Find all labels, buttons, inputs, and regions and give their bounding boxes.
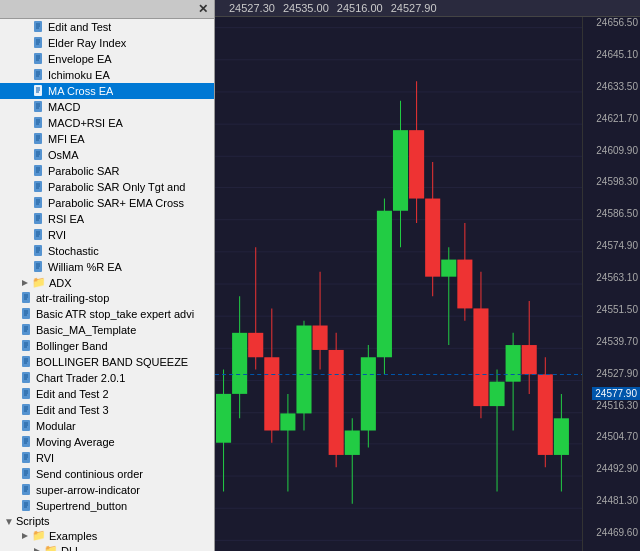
nav-item-envelope-ea[interactable]: Envelope EA [0, 51, 214, 67]
navigator-body[interactable]: Edit and Test Elder Ray Index Envelope E… [0, 19, 214, 551]
nav-item-label: Basic_MA_Template [36, 324, 136, 336]
doc-icon [32, 84, 46, 98]
nav-item-label: MACD [48, 101, 80, 113]
doc-icon [32, 100, 46, 114]
svg-rect-158 [280, 413, 295, 430]
doc-icon [32, 68, 46, 82]
doc-icon [20, 499, 34, 513]
candlestick-chart [215, 17, 582, 551]
folder-expand-icon [20, 278, 30, 288]
nav-item-label: OsMA [48, 149, 79, 161]
nav-item-edit-and-test-2[interactable]: Edit and Test 2 [0, 386, 214, 402]
nav-item-label: Send continious order [36, 468, 143, 480]
nav-item-label: Edit and Test [48, 21, 111, 33]
nav-item-label: Parabolic SAR [48, 165, 120, 177]
svg-rect-174 [409, 130, 424, 198]
doc-icon [20, 387, 34, 401]
chart-close: 24527.90 [391, 2, 437, 14]
nav-item-william-r-ea[interactable]: William %R EA [0, 259, 214, 275]
nav-item-edit-and-test-3[interactable]: Edit and Test 3 [0, 402, 214, 418]
nav-item-super-arrow[interactable]: super-arrow-indicator [0, 482, 214, 498]
nav-item-parabolic-sar-only-tgt[interactable]: Parabolic SAR Only Tgt and [0, 179, 214, 195]
nav-item-label: Examples [49, 530, 97, 542]
svg-rect-190 [538, 374, 553, 455]
navigator-panel: ✕ Edit and Test Elder Ray Index [0, 0, 215, 551]
price-label: 24645.10 [596, 49, 638, 60]
chart-canvas[interactable] [215, 17, 582, 551]
nav-item-stochastic[interactable]: Stochastic [0, 243, 214, 259]
nav-item-ma-cross-ea[interactable]: MA Cross EA [0, 83, 214, 99]
svg-rect-166 [345, 431, 360, 455]
nav-item-mfi-ea[interactable]: MFI EA [0, 131, 214, 147]
nav-item-ichimoku-ea[interactable]: Ichimoku EA [0, 67, 214, 83]
nav-item-bollinger-band-squeeze[interactable]: BOLLINGER BAND SQUEEZE [0, 354, 214, 370]
nav-item-parabolic-sar-plus[interactable]: Parabolic SAR+ EMA Cross [0, 195, 214, 211]
svg-marker-121 [22, 533, 28, 539]
svg-rect-192 [554, 418, 569, 455]
doc-icon [20, 371, 34, 385]
nav-item-macd-rsi-ea[interactable]: MACD+RSI EA [0, 115, 214, 131]
svg-rect-184 [489, 382, 504, 406]
nav-item-label: Basic ATR stop_take expert advi [36, 308, 194, 320]
nav-item-supertrend-button[interactable]: Supertrend_button [0, 498, 214, 514]
doc-icon [20, 435, 34, 449]
nav-item-label: Supertrend_button [36, 500, 127, 512]
nav-item-examples[interactable]: 📁Examples [0, 528, 214, 543]
doc-icon [32, 196, 46, 210]
nav-item-parabolic-sar[interactable]: Parabolic SAR [0, 163, 214, 179]
price-label: 24656.50 [596, 17, 638, 28]
nav-item-rvi[interactable]: RVI [0, 227, 214, 243]
svg-rect-168 [361, 357, 376, 430]
nav-item-rsi-ea[interactable]: RSI EA [0, 211, 214, 227]
price-label: 24633.50 [596, 81, 638, 92]
nav-item-basic-ma-template[interactable]: Basic_MA_Template [0, 322, 214, 338]
chart-low: 24516.00 [337, 2, 383, 14]
nav-item-label: Stochastic [48, 245, 99, 257]
nav-item-atr-trailing-stop[interactable]: atr-trailing-stop [0, 290, 214, 306]
nav-item-label: Elder Ray Index [48, 37, 126, 49]
doc-icon [32, 212, 46, 226]
svg-rect-178 [441, 260, 456, 277]
nav-item-label: ADX [49, 277, 72, 289]
doc-icon [20, 467, 34, 481]
nav-item-elder-ray-index[interactable]: Elder Ray Index [0, 35, 214, 51]
nav-item-bollinger-band[interactable]: Bollinger Band [0, 338, 214, 354]
doc-icon [32, 116, 46, 130]
nav-item-label: Parabolic SAR Only Tgt and [48, 181, 185, 193]
svg-marker-64 [22, 280, 28, 286]
svg-marker-122 [34, 548, 40, 552]
nav-item-osma[interactable]: OsMA [0, 147, 214, 163]
nav-item-label: MFI EA [48, 133, 85, 145]
nav-item-moving-average[interactable]: Moving Average [0, 434, 214, 450]
doc-icon [32, 36, 46, 50]
nav-item-dll[interactable]: 📁DLL [0, 543, 214, 551]
current-price-label: 24577.90 [592, 387, 640, 400]
navigator-header: ✕ [0, 0, 214, 19]
folder-expand-icon [32, 546, 42, 552]
svg-rect-180 [457, 260, 472, 309]
svg-rect-162 [313, 326, 328, 350]
nav-item-send-continuous[interactable]: Send continious order [0, 466, 214, 482]
doc-icon [20, 307, 34, 321]
nav-item-basic-atr[interactable]: Basic ATR stop_take expert advi [0, 306, 214, 322]
nav-item-scripts[interactable]: ▼Scripts [0, 514, 214, 528]
nav-item-macd[interactable]: MACD [0, 99, 214, 115]
price-label: 24469.60 [596, 527, 638, 538]
nav-item-chart-trader[interactable]: Chart Trader 2.0.1 [0, 370, 214, 386]
nav-item-label: RVI [36, 452, 54, 464]
nav-item-label: Chart Trader 2.0.1 [36, 372, 125, 384]
nav-item-label: RSI EA [48, 213, 84, 225]
navigator-close-icon[interactable]: ✕ [198, 2, 208, 16]
nav-item-modular[interactable]: Modular [0, 418, 214, 434]
chart-header: 24527.30 24535.00 24516.00 24527.90 [215, 0, 640, 17]
svg-rect-182 [473, 308, 488, 406]
nav-item-rvi2[interactable]: RVI [0, 450, 214, 466]
nav-item-label: DLL [61, 545, 81, 552]
doc-icon [20, 483, 34, 497]
nav-item-label: MACD+RSI EA [48, 117, 123, 129]
nav-item-edit-and-test[interactable]: Edit and Test [0, 19, 214, 35]
doc-icon [20, 451, 34, 465]
price-label: 24481.30 [596, 495, 638, 506]
nav-item-adx[interactable]: 📁ADX [0, 275, 214, 290]
price-label: 24516.30 [596, 400, 638, 411]
